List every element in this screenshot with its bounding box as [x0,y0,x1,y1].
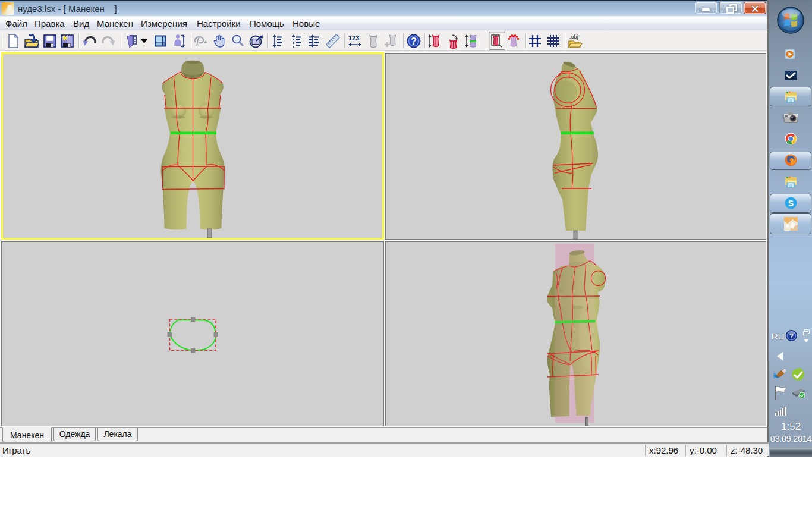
svg-text:S: S [788,199,794,208]
svg-text:123: 123 [348,34,359,42]
svg-text:.obj: .obj [569,34,578,40]
svg-text:?: ? [411,36,417,46]
